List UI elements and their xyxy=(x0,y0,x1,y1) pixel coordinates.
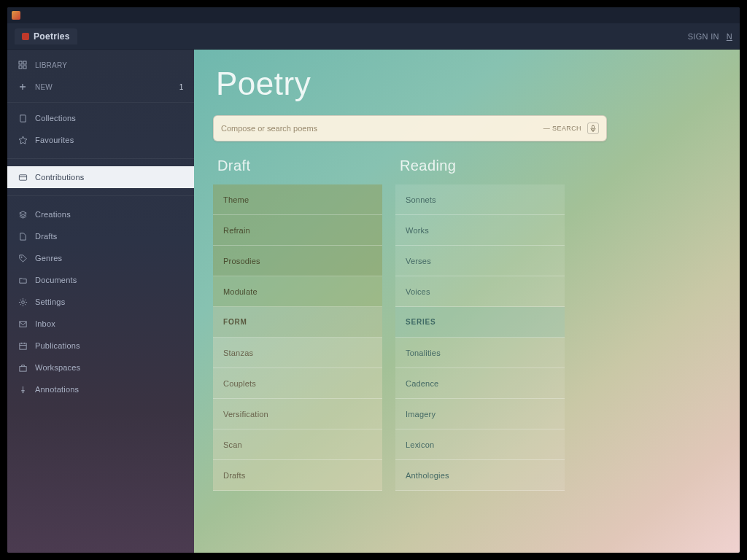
card-icon xyxy=(18,172,28,182)
svg-rect-0 xyxy=(19,61,22,64)
sidebar-item-annotations[interactable]: Annotations xyxy=(7,378,194,400)
plus-icon xyxy=(18,82,28,92)
list-item[interactable]: Stanzas xyxy=(213,338,382,368)
sidebar-item-label: Creations xyxy=(35,210,184,219)
svg-rect-8 xyxy=(19,343,26,349)
layers-icon xyxy=(18,209,28,219)
svg-rect-1 xyxy=(23,61,26,64)
topbar-right: SIGN IN N xyxy=(688,32,732,41)
folder-icon xyxy=(18,275,28,285)
svg-rect-3 xyxy=(23,66,26,69)
sidebar-item-documents[interactable]: Documents xyxy=(7,269,194,291)
sidebar-item-label: Workspaces xyxy=(35,363,184,372)
list-item[interactable]: Drafts xyxy=(213,460,382,491)
topbar-letter[interactable]: N xyxy=(727,32,732,41)
mic-icon[interactable] xyxy=(587,122,599,134)
column-draft: Draft Theme Refrain Prosodies Modulate F… xyxy=(213,153,382,491)
list-item[interactable]: Works xyxy=(395,215,565,246)
sidebar-item-library[interactable]: LIBRARY xyxy=(7,54,194,76)
sidebar-item-settings[interactable]: Settings xyxy=(7,291,194,313)
doc-icon xyxy=(18,231,28,241)
sidebar-item-drafts[interactable]: Drafts xyxy=(7,225,194,247)
tab-title: Poetries xyxy=(34,31,70,42)
list-header: SERIES xyxy=(395,307,565,338)
divider xyxy=(7,195,194,196)
sidebar-item-label: Drafts xyxy=(35,232,184,241)
list-item[interactable]: Lexicon xyxy=(395,429,565,460)
grid-icon xyxy=(18,60,28,70)
list-item[interactable]: Voices xyxy=(395,276,565,307)
svg-rect-10 xyxy=(592,125,595,129)
sidebar-item-label: Annotations xyxy=(35,385,184,394)
signin-link[interactable]: SIGN IN xyxy=(688,32,719,41)
sidebar-badge: 1 xyxy=(179,83,184,91)
sidebar-item-label: LIBRARY xyxy=(35,61,184,69)
columns: Draft Theme Refrain Prosodies Modulate F… xyxy=(213,153,565,491)
sidebar-item-label: Documents xyxy=(35,276,184,284)
list-item[interactable]: Imagery xyxy=(395,399,565,429)
calendar-icon xyxy=(18,341,28,351)
svg-rect-9 xyxy=(19,366,26,371)
sidebar-item-new[interactable]: NEW 1 xyxy=(7,76,194,98)
sidebar-item-collections[interactable]: Collections xyxy=(7,107,194,129)
list-item[interactable]: Tonalities xyxy=(395,338,565,368)
sidebar-item-label: Contributions xyxy=(35,173,184,182)
sidebar-item-contributions[interactable]: Contributions xyxy=(7,166,194,188)
search-hint: — SEARCH xyxy=(543,125,581,132)
sidebar-group-1: Collections Favourites xyxy=(7,103,194,155)
svg-rect-4 xyxy=(19,174,26,179)
list-item[interactable]: Verses xyxy=(395,246,565,276)
search-input[interactable] xyxy=(221,124,538,133)
svg-point-6 xyxy=(21,300,24,303)
list-item[interactable]: Theme xyxy=(213,184,382,215)
column-reading: Reading Sonnets Works Verses Voices SERI… xyxy=(395,153,565,491)
svg-rect-2 xyxy=(19,66,22,69)
app-window: Poetries SIGN IN N LIBRARY NEW 1 xyxy=(7,7,740,553)
sidebar-item-inbox[interactable]: Inbox xyxy=(7,313,194,335)
sidebar-group-3: Creations Drafts Genres Documents Settin… xyxy=(7,199,194,405)
sidebar-item-label: Genres xyxy=(35,254,184,262)
tabbar: Poetries SIGN IN N xyxy=(7,23,740,50)
main-pane: Poetry — SEARCH Draft Theme Refrain Pros… xyxy=(194,50,740,553)
list-item[interactable]: Couplets xyxy=(213,368,382,399)
sidebar-item-label: Settings xyxy=(35,298,184,306)
page-title: Poetry xyxy=(216,66,311,102)
search-bar[interactable]: — SEARCH xyxy=(213,115,607,141)
gear-icon xyxy=(18,297,28,307)
mail-icon xyxy=(18,319,28,329)
list-item[interactable]: Anthologies xyxy=(395,460,565,491)
list-item[interactable]: Scan xyxy=(213,429,382,460)
sidebar-item-label: Inbox xyxy=(35,319,184,328)
pin-icon xyxy=(18,384,28,394)
list-item[interactable]: Refrain xyxy=(213,215,382,246)
sidebar-item-publications[interactable]: Publications xyxy=(7,335,194,357)
sidebar-item-label: Favourites xyxy=(35,136,184,144)
sidebar-item-workspaces[interactable]: Workspaces xyxy=(7,357,194,378)
list-item[interactable]: Prosodies xyxy=(213,246,382,276)
titlebar xyxy=(7,7,740,23)
briefcase-icon xyxy=(18,362,28,373)
app-icon xyxy=(12,11,20,20)
column-head: Draft xyxy=(213,153,382,184)
sidebar-top-group: LIBRARY NEW 1 xyxy=(7,50,194,103)
tag-icon xyxy=(18,253,28,263)
sidebar-item-label: Collections xyxy=(35,114,184,122)
favicon-icon xyxy=(22,33,29,40)
list-item[interactable]: Versification xyxy=(213,399,382,429)
browser-tab[interactable]: Poetries xyxy=(15,28,77,44)
column-head: Reading xyxy=(395,153,565,184)
list-item[interactable]: Sonnets xyxy=(395,184,565,215)
list-header: FORM xyxy=(213,307,382,338)
star-icon xyxy=(18,135,28,145)
body: LIBRARY NEW 1 Collections Favourites xyxy=(7,50,740,553)
sidebar: LIBRARY NEW 1 Collections Favourites xyxy=(7,50,194,553)
svg-rect-7 xyxy=(19,321,26,326)
list-item[interactable]: Cadence xyxy=(395,368,565,399)
sidebar-item-label: NEW xyxy=(35,83,172,91)
sidebar-item-creations[interactable]: Creations xyxy=(7,203,194,225)
list-item[interactable]: Modulate xyxy=(213,276,382,307)
sidebar-item-genres[interactable]: Genres xyxy=(7,247,194,269)
sidebar-item-label: Publications xyxy=(35,341,184,350)
book-icon xyxy=(18,113,28,123)
sidebar-item-favourites[interactable]: Favourites xyxy=(7,129,194,151)
